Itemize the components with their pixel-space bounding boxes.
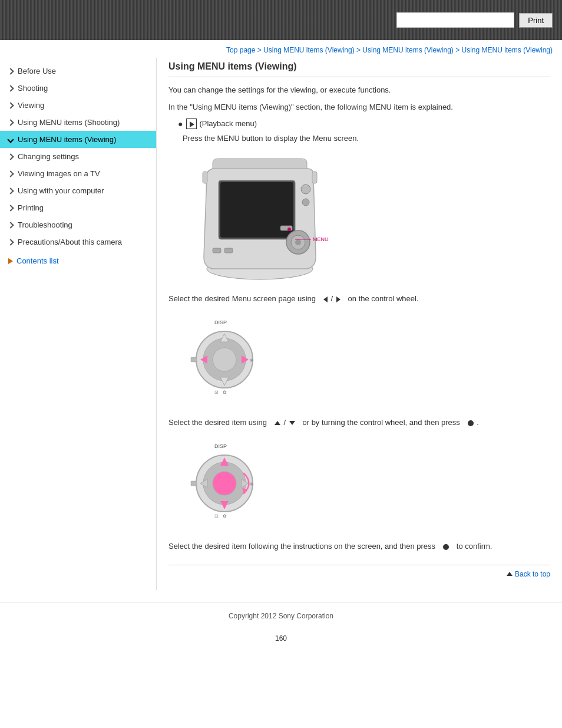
right-arrow-icon [336,297,340,302]
sidebar-label: Changing settings [18,152,79,161]
arrow-icon [7,239,14,245]
sidebar: Before Use Shooting Viewing Using MENU i… [0,58,156,590]
svg-rect-15 [312,172,317,183]
bullet-icon: ● [178,119,183,129]
camera-image: MENU [180,154,339,284]
arrow-icon [7,119,14,126]
svg-text:✿: ✿ [223,390,227,395]
content-footer: Back to top [168,565,550,578]
sidebar-label: Viewing images on a TV [18,169,100,178]
circle-confirm-icon-2 [443,544,449,550]
circle-confirm-icon [468,420,474,426]
sidebar-label: Viewing [18,101,44,110]
svg-point-19 [213,348,236,371]
sidebar-label: Using MENU items (Viewing) [18,135,116,144]
sidebar-item-using-with-computer[interactable]: Using with your computer [0,182,156,199]
arrow-icon [7,102,14,108]
sidebar-item-using-menu-shooting[interactable]: Using MENU items (Shooting) [0,114,156,131]
sidebar-label: Before Use [18,67,56,75]
sidebar-item-printing[interactable]: Printing [0,199,156,216]
left-arrow-icon [323,297,328,302]
sidebar-label: Using MENU items (Shooting) [18,118,120,127]
svg-text:⊡: ⊡ [214,513,219,519]
svg-point-3 [301,185,310,194]
main-layout: Before Use Shooting Viewing Using MENU i… [0,58,562,590]
playback-icon [186,118,197,129]
search-input[interactable] [396,12,514,28]
sidebar-item-changing-settings[interactable]: Changing settings [0,148,156,165]
arrow-icon [7,187,14,194]
sidebar-item-viewing[interactable]: Viewing [0,97,156,114]
arrow-icon [7,205,14,211]
breadcrumb-using-menu-3[interactable]: Using MENU items (Viewing) [462,46,553,54]
header: Print [0,0,562,40]
back-to-top-link[interactable]: Back to top [507,570,550,578]
arrow-icon [7,68,14,74]
bullet-playback: ● (Playback menu) [178,118,550,129]
page-footer: Copyright 2012 Sony Corporation [0,602,562,630]
copyright-text: Copyright 2012 Sony Corporation [229,612,333,620]
arrow-icon [7,153,14,160]
svg-rect-12 [213,248,221,253]
control-wheel-svg-2: DISP ❋ ⊡ ✿ [180,441,269,523]
svg-text:❋: ❋ [250,482,254,487]
svg-text:⊡: ⊡ [214,390,219,395]
sidebar-item-using-menu-viewing[interactable]: Using MENU items (Viewing) [0,131,156,148]
sidebar-label: Shooting [18,84,48,93]
svg-point-4 [302,199,309,206]
svg-text:MENU: MENU [313,236,329,242]
arrow-icon [7,170,14,177]
select-page-suffix: on the control wheel. [348,294,419,303]
select-page-text: Select the desired Menu screen page usin… [168,293,550,305]
svg-rect-35 [191,481,197,486]
breadcrumb: Top page > Using MENU items (Viewing) > … [0,40,562,58]
page-title: Using MENU items (Viewing) [168,61,550,77]
breadcrumb-using-menu-1[interactable]: Using MENU items (Viewing) [263,46,354,54]
print-button[interactable]: Print [519,13,553,28]
back-to-top-label: Back to top [515,570,550,578]
contents-list-label: Contents list [16,256,59,265]
control-wheel-svg-1: DISP ❋ ⊡ ✿ [180,317,269,400]
sidebar-item-viewing-images-tv[interactable]: Viewing images on a TV [0,165,156,182]
sidebar-label: Printing [18,203,44,212]
content-area: Using MENU items (Viewing) You can chang… [156,58,562,590]
svg-rect-13 [224,248,233,253]
confirm-label: Select the desired item following the in… [168,542,435,551]
press-menu-text: Press the MENU button to display the Men… [183,133,550,145]
svg-text:DISP: DISP [214,443,227,449]
svg-point-7 [295,239,301,245]
select-item-label: Select the desired item using [168,418,267,427]
svg-rect-14 [203,172,207,183]
control-wheel-2: DISP ❋ ⊡ ✿ [180,441,269,525]
sidebar-item-precautions[interactable]: Precautions/About this camera [0,233,156,251]
select-item-text: Select the desired item using / or by tu… [168,417,550,429]
breadcrumb-sep1: > [257,46,263,54]
page-number: 160 [0,634,562,643]
intro-text-1: You can change the settings for the view… [168,84,550,97]
sidebar-label: Using with your computer [18,186,104,195]
breadcrumb-top[interactable]: Top page [226,46,255,54]
up-arrow-icon [275,421,280,425]
breadcrumb-sep3: > [455,46,461,54]
select-confirm-text: Select the desired item following the in… [168,541,550,553]
intro-text-2: In the "Using MENU items (Viewing)" sect… [168,101,550,114]
down-arrow-icon [289,421,295,425]
svg-text:✿: ✿ [223,513,227,519]
svg-point-11 [287,228,291,231]
sidebar-item-before-use[interactable]: Before Use [0,62,156,80]
svg-text:❋: ❋ [250,358,254,363]
back-to-top-arrow-icon [507,572,513,576]
playback-menu-label: (Playback menu) [199,119,257,128]
arrow-icon [7,85,14,91]
sidebar-item-troubleshooting[interactable]: Troubleshooting [0,216,156,233]
sidebar-item-shooting[interactable]: Shooting [0,80,156,97]
breadcrumb-sep2: > [356,46,362,54]
select-item-mid: or by turning the control wheel, and the… [302,418,459,427]
sidebar-label: Precautions/About this camera [18,238,122,246]
svg-point-31 [213,472,236,495]
contents-list-link[interactable]: Contents list [0,251,156,271]
breadcrumb-using-menu-2[interactable]: Using MENU items (Viewing) [362,46,453,54]
arrow-icon [7,136,14,143]
camera-image-container: MENU [180,154,550,284]
svg-text:DISP: DISP [214,319,227,325]
